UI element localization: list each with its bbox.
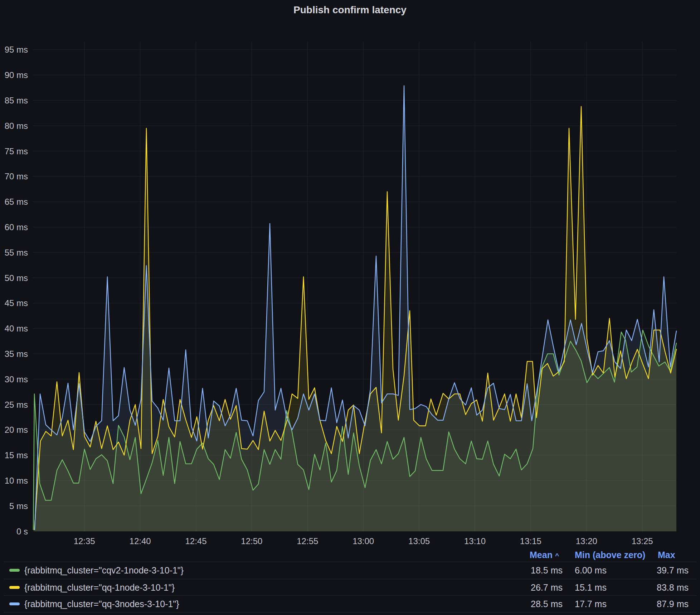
svg-text:13:05: 13:05	[408, 536, 430, 546]
svg-text:13:00: 13:00	[353, 536, 374, 546]
svg-text:70 ms: 70 ms	[5, 171, 28, 181]
svg-text:95 ms: 95 ms	[5, 45, 28, 54]
svg-text:45 ms: 45 ms	[5, 298, 28, 308]
svg-text:40 ms: 40 ms	[5, 324, 28, 333]
svg-text:12:40: 12:40	[130, 536, 151, 546]
svg-text:0 s: 0 s	[16, 527, 28, 536]
svg-text:13:25: 13:25	[632, 536, 653, 546]
svg-text:65 ms: 65 ms	[5, 197, 28, 207]
svg-text:15 ms: 15 ms	[5, 450, 28, 460]
svg-text:85 ms: 85 ms	[5, 96, 28, 105]
svg-text:20 ms: 20 ms	[5, 425, 28, 435]
svg-text:12:35: 12:35	[74, 536, 95, 546]
svg-text:90 ms: 90 ms	[5, 70, 28, 80]
svg-text:55 ms: 55 ms	[5, 248, 28, 257]
svg-text:12:55: 12:55	[297, 536, 318, 546]
svg-text:5 ms: 5 ms	[9, 501, 28, 511]
svg-text:25 ms: 25 ms	[5, 400, 28, 410]
svg-text:13:15: 13:15	[520, 536, 541, 546]
svg-text:75 ms: 75 ms	[5, 146, 28, 156]
svg-text:80 ms: 80 ms	[5, 121, 28, 131]
svg-text:60 ms: 60 ms	[5, 222, 28, 232]
svg-text:12:50: 12:50	[241, 536, 262, 546]
svg-text:30 ms: 30 ms	[5, 374, 28, 384]
svg-text:35 ms: 35 ms	[5, 349, 28, 359]
svg-text:12:45: 12:45	[185, 536, 206, 546]
svg-text:13:10: 13:10	[464, 536, 486, 546]
svg-text:10 ms: 10 ms	[5, 476, 28, 485]
svg-text:13:20: 13:20	[576, 536, 597, 546]
svg-text:50 ms: 50 ms	[5, 273, 28, 283]
